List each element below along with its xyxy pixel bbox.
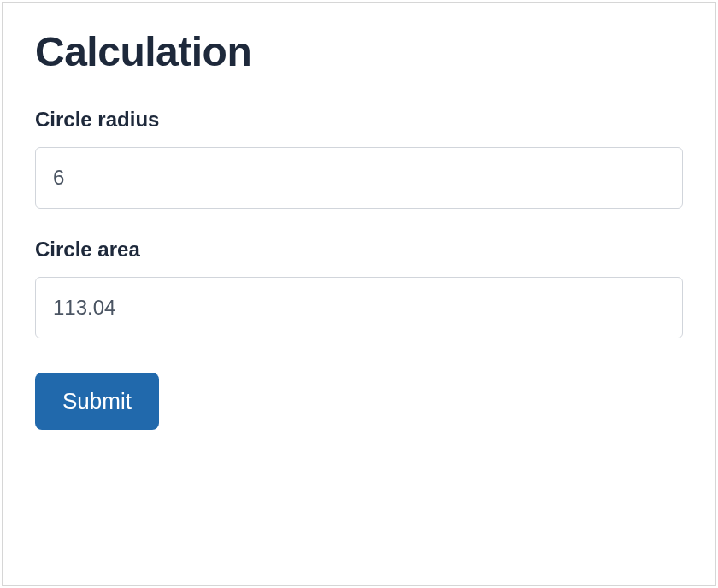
calculation-panel: Calculation Circle radius Circle area Su… [2,2,716,586]
radius-input[interactable] [35,147,683,209]
radius-label: Circle radius [35,108,683,132]
page-title: Calculation [35,28,683,75]
area-label: Circle area [35,238,683,262]
area-group: Circle area [35,238,683,338]
area-input[interactable] [35,277,683,338]
radius-group: Circle radius [35,108,683,209]
submit-button[interactable]: Submit [35,373,159,430]
